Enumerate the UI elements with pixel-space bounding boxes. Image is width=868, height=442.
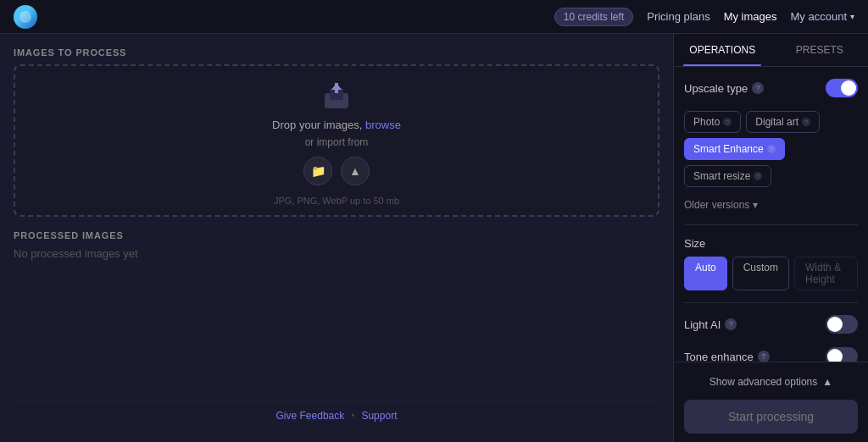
footer: Give Feedback • Support: [14, 401, 659, 428]
processed-section: PROCESSED IMAGES No processed images yet: [14, 230, 659, 388]
chevron-down-icon: ▾: [850, 12, 854, 21]
light-ai-toggle[interactable]: [826, 315, 858, 334]
smart-resize-info-dot[interactable]: ?: [754, 172, 762, 180]
my-account-menu[interactable]: My account ▾: [791, 10, 854, 23]
tone-enhance-info-icon[interactable]: ?: [758, 351, 770, 362]
source-icons: 📁 ▲: [303, 157, 370, 185]
support-link[interactable]: Support: [361, 410, 397, 422]
upscale-type-row: Upscale type ?: [684, 79, 858, 97]
divider-1: [684, 224, 858, 225]
pricing-plans-link[interactable]: Pricing plans: [647, 10, 709, 23]
toggle-knob: [841, 80, 856, 96]
chevron-down-icon: ▾: [753, 199, 758, 211]
type-btn-smart-resize[interactable]: Smart resize ?: [684, 165, 771, 187]
older-versions-dropdown[interactable]: Older versions ▾: [684, 199, 858, 211]
no-images-text: No processed images yet: [14, 247, 659, 260]
my-images-link[interactable]: My images: [724, 10, 777, 23]
photo-info-dot[interactable]: ?: [723, 118, 732, 126]
type-btn-photo[interactable]: Photo ?: [684, 111, 741, 133]
show-advanced-options[interactable]: Show advanced options ▲: [684, 371, 858, 393]
left-panel: IMAGES TO PROCESS Drop your images, brow…: [0, 34, 673, 442]
panel-bottom: Show advanced options ▲ Start processing: [674, 362, 868, 442]
tone-enhance-toggle[interactable]: [826, 347, 858, 362]
start-processing-button[interactable]: Start processing: [684, 400, 858, 434]
size-buttons: Auto Custom Width & Height: [684, 257, 858, 290]
digital-art-info-dot[interactable]: ?: [802, 118, 810, 126]
feedback-link[interactable]: Give Feedback: [276, 410, 345, 422]
tone-enhance-row: Tone enhance ?: [684, 347, 858, 362]
panel-content: Upscale type ? Photo ? Digital art ?: [674, 67, 868, 362]
file-types-text: JPG, PNG, WebP up to 50 mb: [274, 196, 399, 206]
tab-operations[interactable]: OPERATIONS: [674, 34, 771, 66]
drive-icon-btn[interactable]: ▲: [341, 157, 370, 185]
import-text: or import from: [305, 136, 369, 148]
drop-zone[interactable]: Drop your images, browse or import from …: [14, 64, 659, 217]
drive-icon: ▲: [349, 164, 361, 178]
panel-tabs: OPERATIONS PRESETS: [674, 34, 868, 67]
header: 10 credits left Pricing plans My images …: [0, 0, 868, 34]
upscale-type-toggle[interactable]: [826, 79, 858, 97]
folder-icon-btn[interactable]: 📁: [303, 157, 332, 185]
smart-enhance-info-dot[interactable]: ?: [767, 145, 776, 153]
chevron-up-icon: ▲: [822, 376, 832, 388]
upscale-type-buttons: Photo ? Digital art ? Smart Enhance ? Sm…: [684, 111, 858, 187]
my-account-label: My account: [791, 10, 847, 23]
size-btn-auto[interactable]: Auto: [684, 257, 727, 290]
processed-title: PROCESSED IMAGES: [14, 230, 659, 240]
tone-enhance-label: Tone enhance ?: [684, 351, 770, 362]
images-section-title: IMAGES TO PROCESS: [14, 47, 659, 58]
light-ai-row: Light AI ?: [684, 315, 858, 334]
light-ai-info-icon[interactable]: ?: [725, 318, 737, 330]
logo-icon: [14, 5, 37, 29]
divider-2: [684, 302, 858, 303]
folder-icon: 📁: [311, 164, 326, 178]
upscale-type-info-icon[interactable]: ?: [752, 82, 764, 94]
type-btn-digital-art[interactable]: Digital art ?: [746, 111, 820, 133]
size-label: Size: [684, 237, 858, 250]
show-advanced-label: Show advanced options: [709, 376, 817, 388]
size-btn-custom[interactable]: Custom: [732, 257, 789, 290]
svg-rect-3: [335, 83, 338, 93]
upload-icon: [318, 76, 355, 113]
right-panel: OPERATIONS PRESETS Upscale type ? Photo …: [673, 34, 868, 442]
light-ai-label: Light AI ?: [684, 318, 737, 331]
size-btn-width-height[interactable]: Width & Height: [794, 257, 858, 290]
footer-separator: •: [351, 410, 354, 422]
browse-link[interactable]: browse: [365, 119, 401, 131]
toggle-knob: [827, 317, 843, 332]
upscale-type-label: Upscale type ?: [684, 82, 764, 95]
main-layout: IMAGES TO PROCESS Drop your images, brow…: [0, 34, 868, 442]
tab-presets[interactable]: PRESETS: [771, 34, 869, 66]
images-to-process-section: IMAGES TO PROCESS Drop your images, brow…: [14, 47, 659, 217]
credits-badge: 10 credits left: [554, 8, 633, 26]
toggle-knob: [827, 349, 843, 362]
type-btn-smart-enhance[interactable]: Smart Enhance ?: [684, 138, 785, 160]
older-versions-label: Older versions: [684, 199, 749, 211]
logo: [14, 5, 37, 29]
drop-text: Drop your images, browse: [272, 119, 401, 131]
